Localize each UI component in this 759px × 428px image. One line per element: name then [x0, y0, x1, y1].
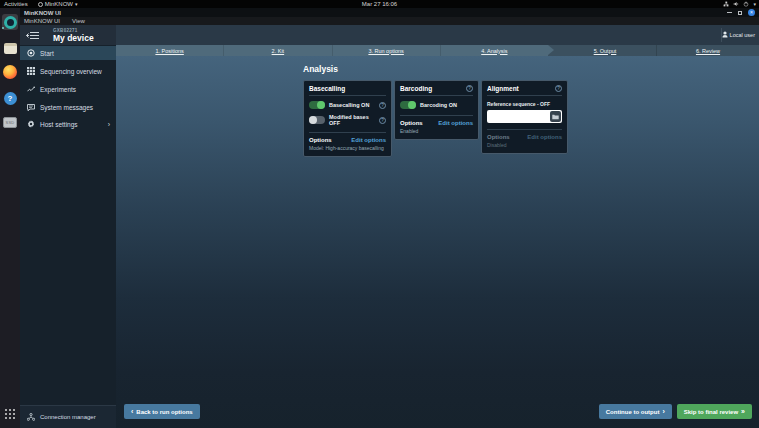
modified-bases-toggle[interactable] [309, 116, 325, 124]
basecalling-options-label: Options [309, 137, 332, 143]
user-icon [722, 31, 728, 38]
menubar: MinKNOW UI View [20, 17, 759, 25]
collapse-sidebar-icon[interactable] [26, 31, 40, 40]
device-header-left: GXB02271 My device [20, 25, 116, 45]
menu-minknow-ui[interactable]: MinKNOW UI [24, 18, 60, 24]
local-user-label: Local user [730, 32, 755, 38]
barcoding-toggle[interactable] [400, 101, 416, 109]
skip-to-final-review-button[interactable]: Skip to final review » [677, 404, 752, 419]
network-icon [723, 1, 729, 7]
window-titlebar[interactable]: MinKNOW UI × [20, 8, 759, 17]
volume-icon [733, 1, 739, 7]
alignment-help-icon[interactable]: ? [555, 85, 562, 92]
connection-manager-icon [27, 413, 35, 421]
reference-sequence-field [487, 110, 562, 123]
basecalling-toggle-label: Basecalling ON [329, 102, 369, 108]
back-to-run-options-button[interactable]: ‹ Back to run options [124, 404, 200, 419]
folder-icon [552, 114, 559, 120]
grid-icon [27, 67, 35, 75]
basecalling-toggle[interactable] [309, 101, 325, 109]
sidebar-item-label: Host settings [40, 121, 78, 128]
gnome-top-bar: Activities MinKNOW ▾ Mar 27 16:06 ▾ [0, 0, 759, 8]
double-chevron-right-icon: » [741, 408, 745, 415]
message-icon [27, 103, 35, 111]
sidebar-item-sequencing-overview[interactable]: Sequencing overview [20, 64, 116, 78]
alignment-card: Alignment ? Reference sequence - OFF Opt… [481, 80, 568, 154]
barcoding-edit-options-link[interactable]: Edit options [438, 120, 473, 126]
barcoding-help-icon[interactable]: ? [466, 85, 473, 92]
barcoding-status-detail: Enabled [400, 128, 473, 134]
analysis-step-content: Analysis Basecalling Basecalling ON ? Mo… [116, 56, 759, 428]
chart-icon [27, 85, 35, 93]
dock-disks-button[interactable]: SSD [2, 114, 18, 130]
connection-manager-button[interactable]: Connection manager [20, 405, 116, 428]
sidebar-item-label: System messages [40, 104, 93, 111]
alignment-edit-options-link: Edit options [527, 134, 562, 140]
gear-icon [27, 120, 35, 128]
step-output[interactable]: 5. Output [554, 45, 657, 56]
basecalling-help-icon[interactable]: ? [379, 102, 386, 109]
minimize-button[interactable] [727, 12, 732, 13]
close-button[interactable]: × [748, 9, 755, 16]
sidebar-item-label: Experiments [40, 86, 76, 93]
basecalling-edit-options-link[interactable]: Edit options [351, 137, 386, 143]
sidebar-item-host-settings[interactable]: Host settings › [20, 117, 116, 131]
tray-chevron-down-icon: ▾ [753, 1, 756, 7]
basecalling-card: Basecalling Basecalling ON ? Modified ba… [303, 80, 392, 157]
modified-bases-help-icon[interactable]: ? [379, 117, 386, 124]
device-header: GXB02271 My device Local user [20, 25, 759, 45]
files-app-icon [4, 43, 17, 54]
connection-manager-label: Connection manager [40, 414, 96, 420]
dock-files-button[interactable] [2, 40, 18, 56]
local-user-button[interactable]: Local user [722, 31, 755, 38]
step-navigation: 1. Positions 2. Kit 3. Run options 4. An… [116, 45, 759, 56]
step-review[interactable]: 6. Review [657, 45, 759, 56]
sidebar-item-experiments[interactable]: Experiments [20, 82, 116, 96]
show-applications-button[interactable] [2, 406, 18, 422]
alignment-status-detail: Disabled [487, 142, 562, 148]
maximize-button[interactable] [738, 11, 742, 15]
reference-sequence-input[interactable] [488, 112, 550, 122]
sidebar-item-label: Sequencing overview [40, 68, 102, 75]
step-run-options[interactable]: 3. Run options [333, 45, 441, 56]
sidebar-item-start[interactable]: Start [20, 46, 116, 60]
browse-file-button[interactable] [550, 111, 561, 122]
dock-firefox-button[interactable] [2, 64, 18, 80]
chevron-left-icon: ‹ [131, 408, 133, 415]
show-applications-icon [5, 409, 15, 419]
dock-help-button[interactable]: ? [2, 90, 18, 106]
continue-to-output-button[interactable]: Continue to output › [599, 404, 672, 419]
device-name: My device [53, 33, 94, 43]
step-analysis[interactable]: 4. Analysis [441, 45, 548, 56]
barcoding-options-label: Options [400, 120, 423, 126]
dock-minknow-button[interactable] [2, 14, 18, 30]
app-menu-button[interactable]: MinKNOW ▾ [38, 1, 78, 7]
disks-app-icon: SSD [3, 117, 17, 128]
chevron-right-icon: › [662, 408, 664, 415]
window-title: MinKNOW UI [24, 10, 61, 16]
chevron-down-icon: ▾ [75, 1, 78, 7]
help-app-icon: ? [4, 92, 17, 105]
running-indicator [2, 27, 4, 29]
power-icon [743, 1, 749, 7]
dock: ? SSD [0, 8, 20, 428]
step-positions[interactable]: 1. Positions [116, 45, 224, 56]
app-sidebar: Start Sequencing overview Experiments Sy… [20, 45, 116, 428]
page-title: Analysis [303, 64, 338, 74]
chevron-right-icon: › [108, 121, 110, 128]
sidebar-item-system-messages[interactable]: System messages [20, 100, 116, 114]
start-icon [27, 49, 35, 57]
firefox-app-icon [3, 65, 17, 79]
step-kit[interactable]: 2. Kit [224, 45, 332, 56]
basecalling-model-detail: Model: High-accuracy basecalling [309, 145, 386, 151]
minknow-menu-icon [38, 2, 43, 7]
barcoding-toggle-label: Barcoding ON [420, 102, 457, 108]
clock[interactable]: Mar 27 16:06 [362, 0, 397, 8]
alignment-card-title: Alignment [487, 85, 519, 92]
system-tray[interactable]: ▾ [723, 0, 756, 8]
activities-button[interactable]: Activities [4, 1, 28, 7]
menu-view[interactable]: View [72, 18, 85, 24]
minknow-app-icon [4, 16, 17, 29]
basecalling-card-title: Basecalling [309, 85, 345, 92]
barcoding-card: Barcoding ? Barcoding ON Options Edit op… [394, 80, 479, 140]
